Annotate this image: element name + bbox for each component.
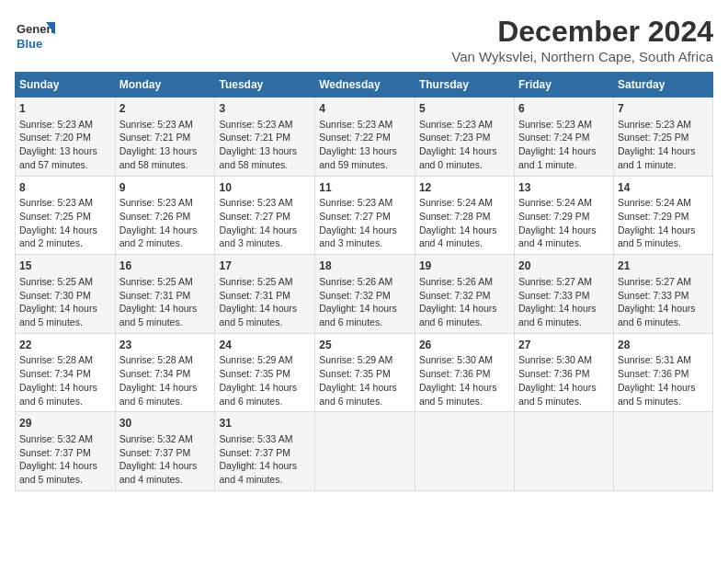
day-number: 24 [219,338,311,353]
sunrise-text: Sunrise: 5:24 AM [618,197,691,208]
col-thursday: Thursday [415,73,514,98]
calendar-cell: 18Sunrise: 5:26 AMSunset: 7:32 PMDayligh… [315,255,415,334]
calendar-cell: 4Sunrise: 5:23 AMSunset: 7:22 PMDaylight… [315,98,415,177]
calendar-cell: 3Sunrise: 5:23 AMSunset: 7:21 PMDaylight… [215,98,315,177]
daylight-text: Daylight: 14 hours and 5 minutes. [419,382,497,407]
calendar-cell [315,412,415,491]
calendar-cell: 26Sunrise: 5:30 AMSunset: 7:36 PMDayligh… [415,333,514,412]
calendar-table: Sunday Monday Tuesday Wednesday Thursday… [15,72,713,491]
sunrise-text: Sunrise: 5:28 AM [19,354,93,365]
daylight-text: Daylight: 14 hours and 2 minutes. [119,224,198,249]
sunrise-text: Sunrise: 5:28 AM [119,354,193,365]
day-number: 11 [319,180,411,196]
sunrise-text: Sunrise: 5:24 AM [419,197,493,208]
calendar-cell: 28Sunrise: 5:31 AMSunset: 7:36 PMDayligh… [613,333,712,412]
day-number: 30 [119,416,211,431]
day-number: 9 [119,180,211,196]
daylight-text: Daylight: 14 hours and 5 minutes. [618,224,696,249]
sunset-text: Sunset: 7:21 PM [219,132,290,143]
calendar-week-row: 22Sunrise: 5:28 AMSunset: 7:34 PMDayligh… [16,333,713,412]
daylight-text: Daylight: 14 hours and 5 minutes. [518,382,597,407]
sunrise-text: Sunrise: 5:23 AM [319,119,392,130]
sunset-text: Sunset: 7:31 PM [219,290,290,301]
calendar-cell: 19Sunrise: 5:26 AMSunset: 7:32 PMDayligh… [415,255,514,334]
daylight-text: Daylight: 14 hours and 5 minutes. [219,303,297,327]
calendar-cell: 12Sunrise: 5:24 AMSunset: 7:28 PMDayligh… [415,176,514,255]
daylight-text: Daylight: 14 hours and 1 minute. [618,145,696,170]
day-number: 5 [419,101,510,117]
sunset-text: Sunset: 7:22 PM [319,132,391,143]
daylight-text: Daylight: 14 hours and 2 minutes. [19,224,97,249]
sunrise-text: Sunrise: 5:23 AM [319,197,392,208]
day-number: 26 [419,338,510,353]
sunset-text: Sunset: 7:36 PM [618,368,689,379]
day-number: 4 [319,101,411,117]
daylight-text: Daylight: 14 hours and 5 minutes. [618,382,696,407]
daylight-text: Daylight: 14 hours and 6 minutes. [518,303,597,327]
day-number: 25 [319,338,411,353]
day-number: 8 [19,180,111,196]
sunset-text: Sunset: 7:36 PM [419,368,491,379]
daylight-text: Daylight: 14 hours and 6 minutes. [19,382,97,407]
daylight-text: Daylight: 14 hours and 3 minutes. [319,224,397,249]
daylight-text: Daylight: 14 hours and 6 minutes. [319,382,397,407]
calendar-cell: 9Sunrise: 5:23 AMSunset: 7:26 PMDaylight… [115,176,215,255]
daylight-text: Daylight: 14 hours and 0 minutes. [419,145,497,170]
daylight-text: Daylight: 13 hours and 59 minutes. [319,145,397,170]
calendar-cell: 6Sunrise: 5:23 AMSunset: 7:24 PMDaylight… [514,98,613,177]
day-number: 27 [518,338,609,353]
col-wednesday: Wednesday [315,73,415,98]
day-number: 15 [19,259,111,274]
sunset-text: Sunset: 7:35 PM [219,368,290,379]
calendar-cell: 30Sunrise: 5:32 AMSunset: 7:37 PMDayligh… [115,412,215,491]
calendar-cell: 29Sunrise: 5:32 AMSunset: 7:37 PMDayligh… [16,412,116,491]
sunset-text: Sunset: 7:32 PM [319,290,391,301]
location-subtitle: Van Wyksvlei, Northern Cape, South Afric… [451,49,713,64]
sunset-text: Sunset: 7:32 PM [419,290,491,301]
calendar-cell: 15Sunrise: 5:25 AMSunset: 7:30 PMDayligh… [16,255,116,334]
page-header: General Blue December 2024 Van Wyksvlei,… [15,15,713,64]
sunrise-text: Sunrise: 5:29 AM [219,354,292,365]
day-number: 3 [219,101,311,117]
col-sunday: Sunday [16,73,116,98]
calendar-cell [415,412,514,491]
col-saturday: Saturday [613,73,712,98]
sunset-text: Sunset: 7:37 PM [119,447,191,458]
sunset-text: Sunset: 7:21 PM [119,132,191,143]
calendar-cell: 16Sunrise: 5:25 AMSunset: 7:31 PMDayligh… [115,255,215,334]
calendar-cell: 2Sunrise: 5:23 AMSunset: 7:21 PMDaylight… [115,98,215,177]
day-number: 29 [19,416,111,431]
sunset-text: Sunset: 7:35 PM [319,368,391,379]
svg-text:Blue: Blue [17,37,42,51]
sunrise-text: Sunrise: 5:26 AM [319,276,392,287]
calendar-cell: 20Sunrise: 5:27 AMSunset: 7:33 PMDayligh… [514,255,613,334]
sunrise-text: Sunrise: 5:32 AM [119,433,193,444]
day-number: 2 [119,101,211,117]
calendar-header-row: Sunday Monday Tuesday Wednesday Thursday… [16,73,713,98]
day-number: 12 [419,180,510,196]
sunrise-text: Sunrise: 5:30 AM [419,354,493,365]
daylight-text: Daylight: 14 hours and 3 minutes. [219,224,297,249]
daylight-text: Daylight: 14 hours and 6 minutes. [119,382,198,407]
day-number: 19 [419,259,510,274]
logo: General Blue [15,15,59,55]
calendar-week-row: 8Sunrise: 5:23 AMSunset: 7:25 PMDaylight… [16,176,713,255]
day-number: 20 [518,259,609,274]
sunset-text: Sunset: 7:23 PM [419,132,491,143]
sunrise-text: Sunrise: 5:29 AM [319,354,392,365]
sunrise-text: Sunrise: 5:23 AM [518,119,592,130]
sunset-text: Sunset: 7:25 PM [618,132,689,143]
sunrise-text: Sunrise: 5:33 AM [219,433,292,444]
calendar-cell: 10Sunrise: 5:23 AMSunset: 7:27 PMDayligh… [215,176,315,255]
calendar-cell: 23Sunrise: 5:28 AMSunset: 7:34 PMDayligh… [115,333,215,412]
sunrise-text: Sunrise: 5:23 AM [419,119,493,130]
calendar-cell: 24Sunrise: 5:29 AMSunset: 7:35 PMDayligh… [215,333,315,412]
calendar-cell: 5Sunrise: 5:23 AMSunset: 7:23 PMDaylight… [415,98,514,177]
col-monday: Monday [115,73,215,98]
sunset-text: Sunset: 7:33 PM [518,290,590,301]
calendar-cell [613,412,712,491]
sunrise-text: Sunrise: 5:25 AM [119,276,193,287]
calendar-cell: 21Sunrise: 5:27 AMSunset: 7:33 PMDayligh… [613,255,712,334]
day-number: 28 [618,338,709,353]
month-year-title: December 2024 [451,15,713,49]
